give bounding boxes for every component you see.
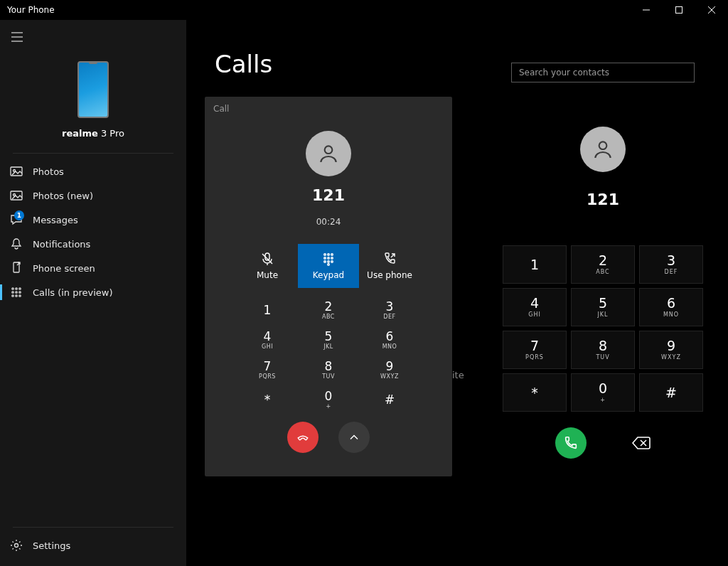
nav-label: Photos bbox=[33, 166, 64, 177]
svg-point-22 bbox=[325, 146, 333, 154]
svg-line-24 bbox=[262, 254, 272, 264]
nav-label: Messages bbox=[33, 215, 78, 225]
divider bbox=[13, 527, 173, 528]
backspace-button[interactable] bbox=[632, 436, 651, 450]
photo-icon bbox=[10, 165, 23, 178]
svg-point-21 bbox=[15, 544, 18, 548]
nav-label: Photos (new) bbox=[33, 191, 93, 201]
nav-label: Calls (in preview) bbox=[33, 287, 113, 298]
incall-key-7[interactable]: 7PQRS bbox=[237, 355, 298, 385]
svg-point-27 bbox=[331, 254, 333, 256]
incall-key-0[interactable]: 0+ bbox=[298, 385, 359, 415]
nav-label: Phone screen bbox=[33, 263, 95, 274]
keypad-label: Keypad bbox=[313, 270, 344, 280]
usephone-button[interactable]: Use phone bbox=[359, 244, 420, 288]
search-contacts-input[interactable] bbox=[511, 63, 695, 82]
dial-key-9[interactable]: 9WXYZ bbox=[639, 331, 703, 369]
mute-label: Mute bbox=[257, 270, 278, 280]
content-area: Calls ite Call 121 00:24 Mute Keypad bbox=[186, 20, 728, 566]
sidebar: realme 3 Pro Photos Photos (new) 1 Messa… bbox=[0, 20, 186, 566]
svg-point-12 bbox=[12, 288, 14, 289]
phone-preview: realme 3 Pro bbox=[0, 51, 186, 150]
dial-key-4[interactable]: 4GHI bbox=[503, 288, 567, 326]
nav-list: Photos Photos (new) 1 Messages Notificat… bbox=[0, 159, 186, 524]
dial-key-6[interactable]: 6MNO bbox=[639, 288, 703, 326]
call-button[interactable] bbox=[555, 427, 587, 459]
stray-text: ite bbox=[452, 370, 464, 380]
svg-point-29 bbox=[328, 257, 330, 260]
caller-number: 121 bbox=[312, 186, 345, 204]
svg-point-17 bbox=[19, 292, 21, 293]
hamburger-button[interactable] bbox=[3, 23, 31, 51]
close-button[interactable] bbox=[695, 0, 728, 20]
svg-point-15 bbox=[12, 292, 14, 293]
nav-phone-screen[interactable]: Phone screen bbox=[0, 256, 186, 280]
svg-point-28 bbox=[324, 257, 326, 260]
caller-avatar bbox=[306, 131, 351, 176]
collapse-button[interactable] bbox=[338, 422, 370, 453]
dial-key-1[interactable]: 1 bbox=[503, 245, 567, 284]
incall-key-3[interactable]: 3DEF bbox=[359, 295, 420, 325]
dial-key-#[interactable]: # bbox=[639, 373, 703, 412]
svg-point-14 bbox=[19, 288, 21, 289]
svg-point-13 bbox=[16, 288, 17, 289]
incall-key-8[interactable]: 8TUV bbox=[298, 355, 359, 385]
dial-key-3[interactable]: 3DEF bbox=[639, 245, 703, 284]
nav-photos-new[interactable]: Photos (new) bbox=[0, 183, 186, 208]
minimize-button[interactable] bbox=[630, 0, 663, 20]
incall-key-4[interactable]: 4GHI bbox=[237, 325, 298, 355]
incall-key-2[interactable]: 2ABC bbox=[298, 295, 359, 325]
hangup-button[interactable] bbox=[287, 422, 318, 453]
nav-messages[interactable]: 1 Messages bbox=[0, 208, 186, 232]
dial-key-*[interactable]: * bbox=[503, 373, 567, 412]
message-badge: 1 bbox=[14, 210, 24, 220]
call-actions: Mute Keypad Use phone bbox=[237, 244, 420, 288]
dial-key-0[interactable]: 0+ bbox=[571, 373, 635, 412]
app-title: Your Phone bbox=[7, 5, 55, 15]
nav-photos[interactable]: Photos bbox=[0, 159, 186, 183]
mute-button[interactable]: Mute bbox=[237, 244, 298, 288]
svg-rect-1 bbox=[676, 7, 682, 14]
nav-label: Settings bbox=[33, 540, 70, 551]
svg-point-33 bbox=[331, 261, 333, 263]
dialer-panel: 121 12ABC3DEF4GHI5JKL6MNO7PQRS8TUV9WXYZ*… bbox=[478, 20, 728, 566]
page-title: Calls bbox=[215, 50, 272, 78]
dial-key-7[interactable]: 7PQRS bbox=[503, 331, 567, 369]
svg-point-35 bbox=[599, 142, 607, 149]
dialed-number: 121 bbox=[587, 191, 619, 208]
nav-calls[interactable]: Calls (in preview) bbox=[0, 280, 186, 304]
dial-key-2[interactable]: 2ABC bbox=[571, 245, 635, 284]
dial-avatar bbox=[580, 127, 626, 172]
svg-point-31 bbox=[324, 261, 326, 263]
svg-point-18 bbox=[12, 295, 14, 297]
incall-key-5[interactable]: 5JKL bbox=[298, 325, 359, 355]
nav-settings[interactable]: Settings bbox=[0, 533, 186, 557]
svg-point-16 bbox=[16, 292, 17, 293]
incall-key-9[interactable]: 9WXYZ bbox=[359, 355, 420, 385]
incall-key-*[interactable]: * bbox=[237, 385, 298, 415]
dial-key-8[interactable]: 8TUV bbox=[571, 331, 635, 369]
incall-key-1[interactable]: 1 bbox=[237, 295, 298, 325]
keypad-button[interactable]: Keypad bbox=[298, 244, 359, 288]
bell-icon bbox=[10, 237, 23, 250]
svg-point-34 bbox=[328, 264, 330, 266]
window-controls bbox=[630, 0, 728, 20]
maximize-button[interactable] bbox=[663, 0, 695, 20]
divider bbox=[13, 153, 173, 154]
dialpad-icon bbox=[10, 286, 23, 299]
incall-key-#[interactable]: # bbox=[359, 385, 420, 415]
dialer-keypad: 12ABC3DEF4GHI5JKL6MNO7PQRS8TUV9WXYZ*0+# bbox=[503, 245, 703, 412]
phone-image bbox=[77, 61, 109, 118]
svg-point-25 bbox=[324, 254, 326, 256]
call-timer: 00:24 bbox=[316, 217, 341, 227]
incall-key-6[interactable]: 6MNO bbox=[359, 325, 420, 355]
dial-key-5[interactable]: 5JKL bbox=[571, 288, 635, 326]
nav-label: Notifications bbox=[33, 239, 90, 250]
svg-point-30 bbox=[331, 257, 333, 260]
svg-point-26 bbox=[328, 254, 330, 256]
incall-keypad: 12ABC3DEF4GHI5JKL6MNO7PQRS8TUV9WXYZ*0+# bbox=[237, 295, 420, 415]
title-bar: Your Phone bbox=[0, 0, 728, 20]
svg-point-32 bbox=[328, 261, 330, 263]
nav-notifications[interactable]: Notifications bbox=[0, 232, 186, 256]
usephone-label: Use phone bbox=[367, 270, 412, 280]
